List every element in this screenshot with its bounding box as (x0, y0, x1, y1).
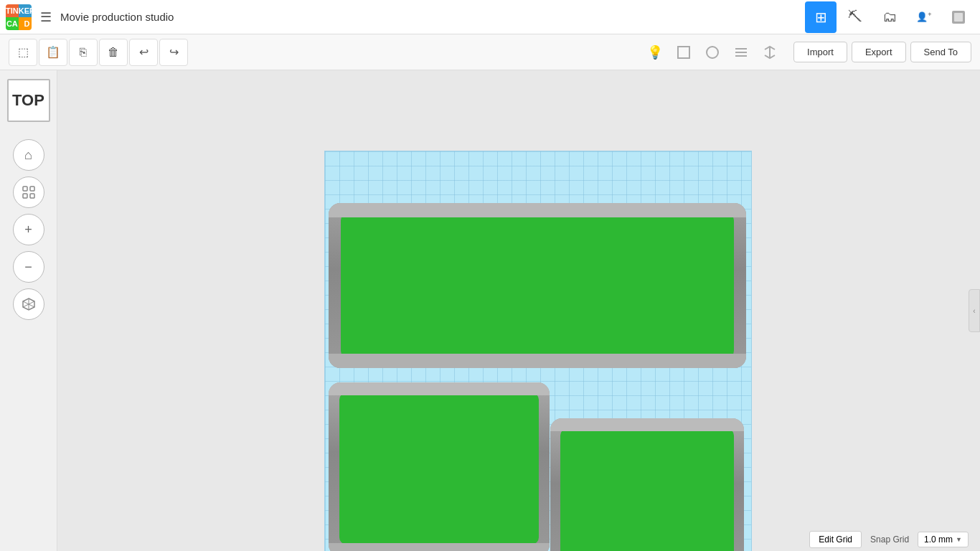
snap-value-control[interactable]: 1.0 mm ▼ (918, 532, 969, 547)
fit-view-btn[interactable] (13, 176, 44, 208)
svg-rect-4 (735, 52, 747, 53)
toolbar: ⬚ 📋 ⎘ 🗑 ↩ ↪ 💡 Import Export (0, 34, 980, 70)
right-panel-toggle[interactable]: ‹ (969, 289, 980, 332)
snap-dropdown-arrow[interactable]: ▼ (956, 536, 962, 543)
tinkercad-logo[interactable]: TIN KER CA D (6, 4, 32, 30)
bottom-left-green (339, 392, 539, 545)
view-label: TOP (7, 79, 50, 122)
svg-rect-9 (30, 194, 34, 198)
topbar-right-icons: ⊞ ⛏ 🗂 👤+ (805, 1, 974, 33)
svg-rect-7 (30, 187, 34, 191)
svg-rect-6 (23, 187, 27, 191)
edit-grid-btn[interactable]: Edit Grid (809, 531, 862, 548)
list-view-icon[interactable]: ☰ (40, 9, 52, 25)
shape2-icon[interactable] (670, 39, 697, 66)
logo-ker: KER (19, 4, 32, 17)
shape3-icon[interactable] (699, 39, 726, 66)
build-btn[interactable]: ⛏ (839, 1, 871, 33)
workplane: Workplane (324, 151, 752, 551)
home-view-btn[interactable]: ⌂ (13, 139, 44, 171)
logo-d: D (19, 17, 32, 30)
top-screen-green (341, 213, 734, 358)
undo-tool[interactable]: ↩ (129, 39, 158, 66)
3d-view-btn[interactable] (13, 288, 44, 320)
main-area: TOP ⌂ + − (0, 70, 980, 551)
import-btn[interactable]: Import (793, 42, 847, 62)
zoom-in-btn[interactable]: + (13, 214, 44, 245)
mirror-icon[interactable] (756, 39, 783, 66)
copy-tool[interactable]: 📋 (39, 39, 67, 66)
duplicate-tool[interactable]: ⎘ (69, 39, 98, 66)
svg-rect-1 (954, 13, 963, 22)
delete-tool[interactable]: 🗑 (99, 39, 128, 66)
left-sidebar: TOP ⌂ + − (0, 70, 57, 551)
light-icon[interactable]: 💡 (641, 39, 669, 66)
tool-group-main: ⬚ 📋 ⎘ 🗑 ↩ ↪ (9, 39, 188, 66)
share-btn[interactable]: 👤+ (908, 1, 940, 33)
send-to-btn[interactable]: Send To (910, 42, 971, 62)
zoom-out-btn[interactable]: − (13, 251, 44, 283)
project-title: Movie production studio (60, 11, 799, 23)
top-screen-top-pipe (329, 203, 746, 217)
svg-rect-3 (735, 48, 747, 50)
topbar: TIN KER CA D ☰ Movie production studio ⊞… (0, 0, 980, 34)
logo-ca: CA (6, 17, 19, 30)
bottom-bar: Edit Grid Snap Grid 1.0 mm ▼ (57, 528, 980, 551)
export-btn[interactable]: Export (852, 42, 906, 62)
folder-btn[interactable]: 🗂 (874, 1, 905, 33)
tool-group-right: 💡 (641, 39, 783, 66)
bottom-right-top-pipe (550, 418, 744, 431)
canvas-area[interactable]: Workplane ‹ Edit Grid Snap Grid 1.0 mm ▼ (57, 70, 980, 551)
redo-tool[interactable]: ↪ (159, 39, 188, 66)
new-tool[interactable]: ⬚ (9, 39, 37, 66)
svg-point-2 (707, 47, 718, 58)
svg-rect-5 (735, 55, 747, 57)
grid-view-btn[interactable]: ⊞ (805, 1, 837, 33)
snap-value-text: 1.0 mm (924, 534, 953, 545)
snap-grid-label: Snap Grid (870, 534, 909, 545)
bottom-left-top-pipe (329, 382, 550, 395)
svg-rect-8 (23, 194, 27, 198)
logo-tin: TIN (6, 4, 19, 17)
shape-btn[interactable] (943, 1, 974, 33)
align-icon[interactable] (727, 39, 755, 66)
top-screen-bottom-pipe (329, 354, 746, 368)
